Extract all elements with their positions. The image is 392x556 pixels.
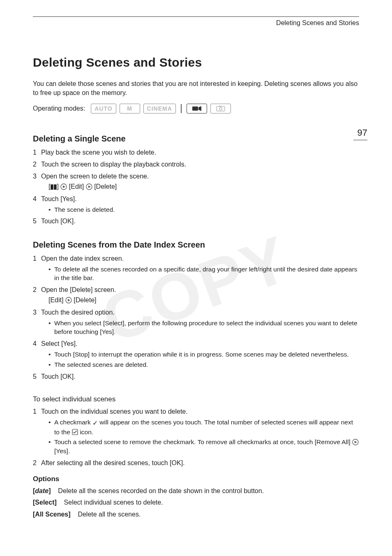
mode-auto: AUTO <box>91 104 116 114</box>
s2-step1-b1: To delete all the scenes recorded on a s… <box>48 265 359 283</box>
options-heading: Options <box>33 475 359 483</box>
option-desc: Delete all the scenes recorded on the da… <box>58 487 264 494</box>
s1-step4: Touch [Yes]. The scene is deleted. <box>33 194 359 214</box>
modes-label: Operating modes: <box>33 105 85 112</box>
operating-modes-row: Operating modes: AUTO M CINEMA <box>33 104 359 114</box>
s1-step5: Touch [OK]. <box>33 216 359 226</box>
s2-step4-b1: Touch [Stop] to interrupt the operation … <box>48 350 359 359</box>
section3-heading: To select individual scenes <box>33 395 359 403</box>
s3-step1: Touch on the individual scenes you want … <box>33 407 359 456</box>
pause-icon: ▮▮ <box>50 183 57 190</box>
mode-movie-icon <box>187 104 207 114</box>
mode-cinema: CINEMA <box>143 104 176 114</box>
arrow-icon <box>352 439 359 445</box>
s2-step4: Select [Yes]. Touch [Stop] to interrupt … <box>33 339 359 369</box>
s2-step2-path: [Edit] [Delete] <box>41 295 359 305</box>
option-desc: Delete all the scenes. <box>78 511 141 518</box>
s1-step2: Touch the screen to display the playback… <box>33 160 359 169</box>
check-icon: ✓ <box>92 419 98 428</box>
s2-step5: Touch [OK]. <box>33 372 359 381</box>
page-title: Deleting Scenes and Stories <box>33 56 359 70</box>
svg-marker-13 <box>355 441 357 443</box>
option-row: [date] Delete all the scenes recorded on… <box>33 486 359 496</box>
svg-marker-6 <box>63 185 65 188</box>
s3-step1-b1: A checkmark ✓ will appear on the scenes … <box>48 418 359 436</box>
s2-step3: Touch the desired option. When you selec… <box>33 308 359 337</box>
header-rule <box>33 16 359 17</box>
option-row: [Select] Select individual scenes to del… <box>33 498 359 507</box>
s1-step1: Play back the scene you wish to delete. <box>33 148 359 157</box>
svg-marker-10 <box>68 299 70 301</box>
page-number-block: 97 <box>353 127 367 140</box>
section3-steps: Touch on the individual scenes you want … <box>33 407 359 468</box>
mode-separator <box>181 104 182 113</box>
page-number: 97 <box>353 127 367 138</box>
s2-step4-b2: The selected scenes are deleted. <box>48 360 359 369</box>
s1-step3-path: [▮▮] [Edit] [Delete] <box>41 182 359 191</box>
s2-step3-b1: When you select [Select], perform the fo… <box>48 319 359 336</box>
arrow-icon <box>60 183 67 190</box>
section1-heading: Deleting a Single Scene <box>33 134 359 144</box>
svg-point-3 <box>219 107 222 110</box>
option-label: [All Scenes] <box>33 511 71 518</box>
mode-m: M <box>120 104 140 114</box>
svg-rect-0 <box>192 107 198 111</box>
option-row: [All Scenes] Delete all the scenes. <box>33 510 359 519</box>
checkbox-icon <box>72 429 78 435</box>
intro-text: You can delete those scenes and stories … <box>33 79 359 98</box>
svg-rect-4 <box>219 106 221 107</box>
s1-step4-bullet: The scene is deleted. <box>48 205 359 214</box>
s2-step2: Open the [Delete] screen. [Edit] [Delete… <box>33 285 359 305</box>
svg-rect-2 <box>217 107 225 111</box>
arrow-icon <box>86 183 92 190</box>
section1-steps: Play back the scene you wish to delete. … <box>33 148 359 226</box>
mode-photo-icon <box>210 104 231 114</box>
section2-steps: Open the date index screen. To delete al… <box>33 254 359 381</box>
section2-heading: Deleting Scenes from the Date Index Scre… <box>33 240 359 250</box>
arrow-icon <box>65 297 72 303</box>
svg-marker-1 <box>198 106 201 111</box>
option-label: [date] <box>33 487 51 494</box>
header-text: Deleting Scenes and Stories <box>33 19 359 27</box>
option-label: [Select] <box>33 499 57 506</box>
s2-step1: Open the date index screen. To delete al… <box>33 254 359 283</box>
s3-step2: After selecting all the desired scenes, … <box>33 458 359 468</box>
svg-marker-8 <box>88 185 91 188</box>
svg-rect-11 <box>72 429 78 435</box>
s1-step3: Open the screen to delete the scene. [▮▮… <box>33 171 359 191</box>
s3-step1-b2: Touch a selected scene to remove the che… <box>48 438 359 455</box>
option-desc: Select individual scenes to delete. <box>64 499 163 506</box>
